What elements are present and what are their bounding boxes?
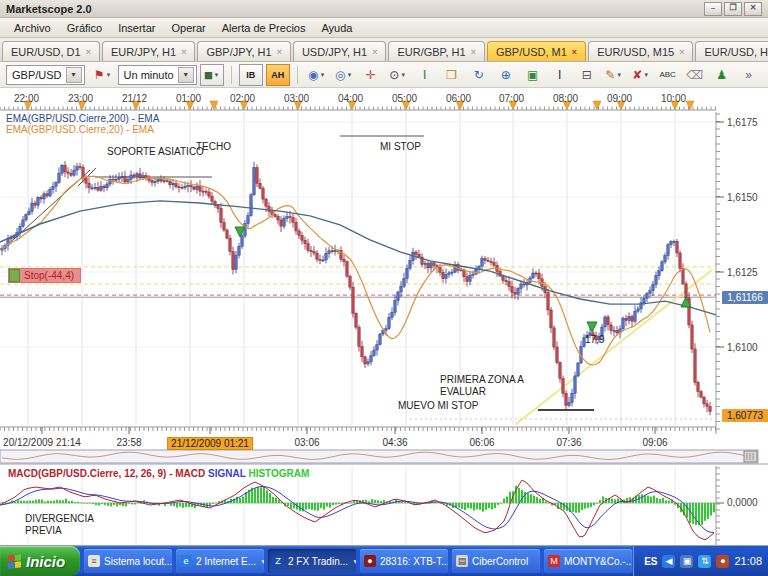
language-indicator[interactable]: ES xyxy=(644,556,657,567)
time-tick-label: 02:00 xyxy=(230,93,255,104)
time-tick-label: 07:00 xyxy=(499,93,524,104)
taskbar-item-label: CiberControl xyxy=(472,556,528,567)
selected-time-label: 21/12/2009 01:21 xyxy=(167,437,253,450)
macd-label-histogram: HISTOGRAM xyxy=(248,468,309,479)
macd-indicator-label: MACD(GBP/USD.Cierre, 12, 26, 9) - MACD S… xyxy=(8,468,309,479)
taskbar-item-2-internet-e[interactable]: e2 Internet E...▼ xyxy=(176,549,264,573)
time-tick-label: 07:36 xyxy=(556,437,581,448)
time-tick-label: 04:36 xyxy=(382,437,407,448)
time-tick-label: 06:00 xyxy=(446,93,471,104)
time-tick-label: 03:00 xyxy=(284,93,309,104)
time-tick-label: 09:00 xyxy=(607,93,632,104)
time-tick-label: 08:00 xyxy=(553,93,578,104)
chart-canvas xyxy=(0,0,768,576)
stop-order-text: Stop(-44,4) xyxy=(24,270,74,281)
start-button-label: Inicio xyxy=(26,553,65,570)
time-tick-label: 23:58 xyxy=(116,437,141,448)
taskbar-item-monty-co[interactable]: MMONTY&Co.-... xyxy=(544,549,632,573)
techo-label: TECHO xyxy=(196,141,231,153)
tray-network-icon[interactable]: ⇅ xyxy=(698,555,711,568)
stop-order-badge[interactable]: Stop(-44,4) xyxy=(8,268,81,283)
marketscope-window: Marketscope 2.0 –❐✕ ArchivoGráficoInsert… xyxy=(0,0,768,576)
pips-value-label: 17,9 xyxy=(585,334,604,346)
tray-app-icon[interactable]: ● xyxy=(716,555,729,568)
primera-zona-label: PRIMERA ZONA A EVALUAR xyxy=(440,374,524,398)
macd-label-signal: SIGNAL xyxy=(208,468,246,479)
last-price-badge: 1,60773 xyxy=(722,409,768,422)
mi-stop-label: MI STOP xyxy=(380,141,421,153)
taskbar-item-cibercontrol[interactable]: ▤CiberControl xyxy=(452,549,540,573)
document-icon: ≡ xyxy=(88,555,100,567)
price-tick-label: 1,6150 xyxy=(727,192,758,203)
macd-label-main: MACD(GBP/USD.Cierre, 12, 26, 9) - MACD xyxy=(8,468,205,479)
time-tick-label: 21/12 xyxy=(122,93,147,104)
monty-icon: M xyxy=(548,555,560,567)
muevo-mi-stop-label: MUEVO MI STOP xyxy=(398,400,478,412)
time-tick-label: 01:00 xyxy=(176,93,201,104)
macd-zero-label: 0,0000 xyxy=(727,497,758,508)
taskbar-item-label: 2 FX Tradin... xyxy=(288,556,348,567)
start-button[interactable]: Inicio xyxy=(0,546,80,576)
cibercontrol-icon: ▤ xyxy=(456,555,468,567)
taskbar-item-2-fx-tradin[interactable]: Z2 FX Tradin...▼ xyxy=(268,549,356,573)
system-tray: ES ◀ ▣ ⇅ ● 21:08 xyxy=(633,546,768,576)
soporte-asiatico-label: SOPORTE ASIATICO xyxy=(107,146,204,158)
tray-display-icon[interactable]: ▣ xyxy=(680,555,693,568)
taskbar-item-28316-xtb-t[interactable]: ●28316: XTB-T... xyxy=(360,549,448,573)
xtb-icon: ● xyxy=(364,555,376,567)
time-tick-label: 10:00 xyxy=(661,93,686,104)
price-tick-label: 1,6175 xyxy=(727,117,758,128)
time-tick-label: 06:06 xyxy=(469,437,494,448)
ema200-label: EMA(GBP/USD.Cierre,200) - EMA xyxy=(6,113,159,124)
taskbar-item-label: 2 Internet E... xyxy=(196,556,256,567)
time-tick-label: 05:00 xyxy=(392,93,417,104)
internet-explorer-icon: e xyxy=(180,555,192,567)
time-tick-label: 20/12/2009 21:14 xyxy=(3,437,81,448)
taskbar-item-sistema-locut[interactable]: ≡Sistema locut... xyxy=(84,549,172,573)
time-tick-label: 23:00 xyxy=(68,93,93,104)
taskbar: Inicio ≡Sistema locut...e2 Internet E...… xyxy=(0,546,768,576)
divergencia-previa-label: DIVERGENCIA PREVIA xyxy=(25,513,94,537)
taskbar-item-label: MONTY&Co.-... xyxy=(564,556,632,567)
price-tick-label: 1,6100 xyxy=(727,342,758,353)
tray-collapse-icon[interactable]: ◀ xyxy=(662,555,675,568)
chevron-down-icon[interactable]: ▼ xyxy=(260,558,264,565)
windows-logo-icon xyxy=(8,554,21,568)
taskbar-item-label: Sistema locut... xyxy=(104,556,172,567)
time-tick-label: 03:06 xyxy=(294,437,319,448)
ema20-label: EMA(GBP/USD.Cierre,20) - EMA xyxy=(6,124,154,135)
chevron-down-icon[interactable]: ▼ xyxy=(352,558,356,565)
time-tick-label: 04:00 xyxy=(338,93,363,104)
fx-trading-icon: Z xyxy=(272,555,284,567)
clock: 21:08 xyxy=(734,555,762,567)
time-tick-label: 22:00 xyxy=(14,93,39,104)
price-tick-label: 1,6125 xyxy=(727,267,758,278)
bid-price-badge: 1,61166 xyxy=(722,291,768,304)
taskbar-item-label: 28316: XTB-T... xyxy=(380,556,448,567)
stop-order-icon xyxy=(9,269,20,282)
time-tick-label: 09:06 xyxy=(642,437,667,448)
